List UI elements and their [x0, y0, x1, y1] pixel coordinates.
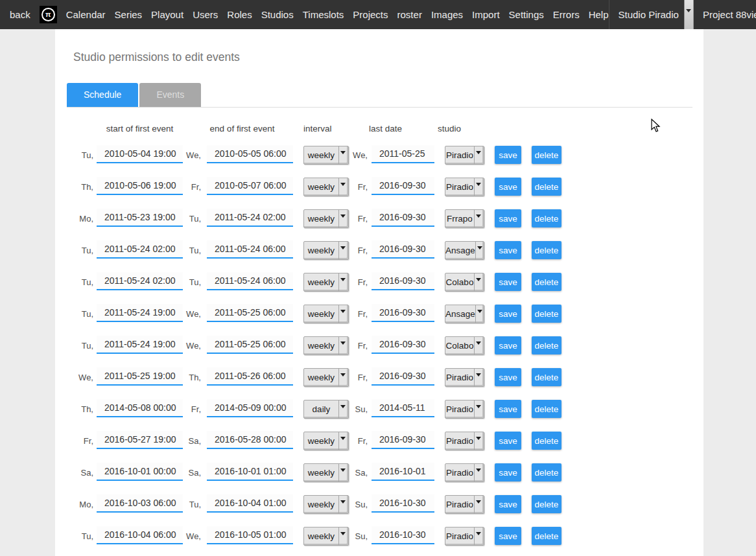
delete-button[interactable]: delete: [532, 178, 561, 196]
nav-item-timeslots[interactable]: Timeslots: [303, 9, 344, 20]
end-datetime-input[interactable]: [207, 399, 293, 417]
save-button[interactable]: save: [495, 209, 521, 227]
end-datetime-input[interactable]: [207, 304, 293, 322]
nav-item-projects[interactable]: Projects: [353, 9, 388, 20]
delete-button[interactable]: delete: [532, 305, 561, 323]
start-datetime-input[interactable]: [97, 209, 183, 227]
nav-item-playout[interactable]: Playout: [151, 9, 183, 20]
save-button[interactable]: save: [495, 432, 521, 450]
nav-item-errors[interactable]: Errors: [553, 9, 580, 20]
nav-item-calendar[interactable]: Calendar: [66, 9, 106, 20]
save-button[interactable]: save: [495, 241, 521, 259]
project-select-nav[interactable]: Project 88vier: [694, 0, 756, 29]
start-datetime-input[interactable]: [97, 463, 183, 481]
last-date-input[interactable]: [372, 272, 434, 290]
studio-select[interactable]: Piradio: [445, 178, 484, 196]
save-button[interactable]: save: [495, 368, 521, 386]
nav-item-import[interactable]: Import: [472, 9, 500, 20]
tab-schedule[interactable]: Schedule: [67, 83, 138, 107]
end-datetime-input[interactable]: [207, 463, 293, 481]
studio-select[interactable]: Piradio: [445, 400, 484, 419]
end-datetime-input[interactable]: [207, 526, 293, 544]
end-datetime-input[interactable]: [207, 336, 293, 354]
last-date-input[interactable]: [372, 526, 434, 544]
nav-item-help[interactable]: Help: [589, 9, 609, 20]
last-date-input[interactable]: [372, 463, 434, 481]
save-button[interactable]: save: [495, 146, 521, 164]
delete-button[interactable]: delete: [532, 273, 561, 291]
start-datetime-input[interactable]: [97, 431, 183, 449]
pi-radio-logo[interactable]: π: [40, 6, 57, 23]
delete-button[interactable]: delete: [532, 400, 561, 418]
last-date-input[interactable]: [372, 145, 434, 163]
start-datetime-input[interactable]: [97, 494, 183, 513]
save-button[interactable]: save: [495, 527, 521, 545]
studio-select[interactable]: Frrapo: [445, 209, 484, 228]
start-datetime-input[interactable]: [97, 272, 183, 290]
start-datetime-input[interactable]: [97, 367, 183, 386]
nav-item-roles[interactable]: Roles: [227, 9, 252, 20]
nav-item-users[interactable]: Users: [193, 9, 218, 20]
studio-select[interactable]: Ansage: [445, 305, 484, 323]
studio-select[interactable]: Ansage: [445, 241, 484, 260]
end-datetime-input[interactable]: [207, 177, 293, 195]
last-date-input[interactable]: [372, 494, 434, 513]
nav-item-studios[interactable]: Studios: [261, 9, 294, 20]
nav-item-roster[interactable]: roster: [397, 9, 422, 20]
save-button[interactable]: save: [495, 336, 521, 354]
studio-select[interactable]: Piradio: [445, 146, 484, 165]
delete-button[interactable]: delete: [532, 432, 561, 450]
chevron-down-icon: [474, 464, 484, 481]
last-date-input[interactable]: [372, 367, 434, 386]
start-datetime-input[interactable]: [97, 177, 183, 195]
start-datetime-input[interactable]: [97, 304, 183, 322]
nav-item-series[interactable]: Series: [115, 9, 143, 20]
last-date-input[interactable]: [372, 240, 434, 259]
save-button[interactable]: save: [495, 463, 521, 481]
last-date-input[interactable]: [372, 431, 434, 449]
start-datetime-input[interactable]: [97, 399, 183, 417]
end-datetime-input[interactable]: [207, 494, 293, 513]
save-button[interactable]: save: [495, 495, 521, 513]
delete-button[interactable]: delete: [532, 527, 561, 545]
end-datetime-input[interactable]: [207, 145, 293, 163]
last-date-input[interactable]: [372, 399, 434, 417]
save-button[interactable]: save: [495, 273, 521, 291]
studio-select[interactable]: Piradio: [445, 432, 484, 450]
nav-item-images[interactable]: Images: [431, 9, 463, 20]
studio-select[interactable]: Colabo: [445, 336, 484, 355]
tab-events[interactable]: Events: [139, 83, 201, 107]
last-date-input[interactable]: [372, 177, 434, 195]
start-datetime-input[interactable]: [97, 526, 183, 544]
studio-select[interactable]: Piradio: [445, 368, 484, 387]
studio-select[interactable]: Piradio: [445, 495, 484, 514]
start-datetime-input[interactable]: [97, 145, 183, 163]
nav-item-back[interactable]: back: [10, 9, 30, 20]
delete-button[interactable]: delete: [532, 495, 561, 513]
save-button[interactable]: save: [495, 178, 521, 196]
end-datetime-input[interactable]: [207, 367, 293, 386]
studio-select[interactable]: Piradio: [445, 463, 484, 482]
end-datetime-input[interactable]: [207, 209, 293, 227]
delete-button[interactable]: delete: [532, 463, 561, 481]
end-datetime-input[interactable]: [207, 431, 293, 449]
end-datetime-input[interactable]: [207, 240, 293, 259]
save-button[interactable]: save: [495, 400, 521, 418]
start-datetime-input[interactable]: [97, 240, 183, 259]
last-date-input[interactable]: [372, 304, 434, 322]
interval-select-value: weekly: [304, 273, 338, 291]
studio-select[interactable]: Piradio: [445, 527, 484, 546]
delete-button[interactable]: delete: [532, 336, 561, 354]
delete-button[interactable]: delete: [532, 146, 561, 164]
save-button[interactable]: save: [495, 305, 521, 323]
studio-select-nav[interactable]: Studio Piradio: [609, 0, 694, 29]
delete-button[interactable]: delete: [532, 241, 561, 259]
end-datetime-input[interactable]: [207, 272, 293, 290]
delete-button[interactable]: delete: [532, 368, 561, 386]
delete-button[interactable]: delete: [532, 209, 561, 227]
start-datetime-input[interactable]: [97, 336, 183, 354]
nav-item-settings[interactable]: Settings: [509, 9, 544, 20]
studio-select[interactable]: Colabo: [445, 273, 484, 292]
last-date-input[interactable]: [372, 209, 434, 227]
last-date-input[interactable]: [372, 336, 434, 354]
